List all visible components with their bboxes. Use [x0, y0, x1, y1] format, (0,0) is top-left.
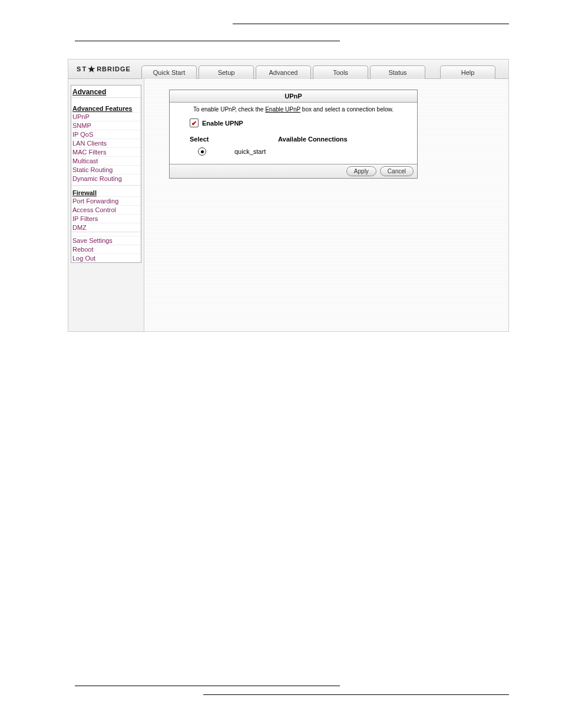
bottom-rule-long: [203, 694, 509, 695]
sidebar-title: Advanced: [71, 85, 141, 97]
logo-prefix: ST: [77, 65, 87, 73]
tab-setup[interactable]: Setup: [199, 65, 254, 79]
tab-advanced[interactable]: Advanced: [256, 65, 311, 79]
instruction-link: Enable UPnP: [265, 106, 300, 113]
bottom-rule-short: [75, 686, 340, 686]
second-rule: [75, 41, 340, 41]
tab-tools[interactable]: Tools: [313, 65, 368, 79]
instruction-text: To enable UPnP, check the Enable UPnP bo…: [176, 106, 411, 113]
tab-row: Quick Start Setup Advanced Tools Status …: [139, 60, 508, 78]
select-column-header: Select: [190, 136, 243, 143]
top-nav-bar: ST ★ RBRIDGE Quick Start Setup Advanced …: [68, 60, 508, 79]
instruction-pre: To enable UPnP, check the: [193, 106, 265, 113]
sidebar-item-log-out[interactable]: Log Out: [71, 253, 141, 262]
sidebar: Advanced Advanced Features UPnP SNMP IP …: [68, 79, 144, 331]
sidebar-item-upnp[interactable]: UPnP: [71, 112, 141, 121]
instruction-post: box and select a connection below.: [300, 106, 394, 113]
sidebar-item-mac-filters[interactable]: MAC Filters: [71, 147, 141, 156]
available-connections-header: Available Connections: [278, 136, 348, 143]
content-area: UPnP To enable UPnP, check the Enable UP…: [144, 79, 508, 331]
panel-footer: Apply Cancel: [170, 164, 417, 178]
sidebar-section-label: Advanced Features: [72, 105, 132, 112]
sidebar-section-advanced-features: Advanced Features: [71, 101, 141, 112]
apply-button[interactable]: Apply: [346, 166, 376, 176]
brand-logo: ST ★ RBRIDGE: [68, 64, 139, 74]
sidebar-section-firewall: Firewall: [71, 185, 141, 196]
sidebar-item-snmp[interactable]: SNMP: [71, 121, 141, 130]
logo-suffix: RBRIDGE: [97, 65, 131, 73]
tab-help[interactable]: Help: [440, 65, 495, 79]
radio-dot-icon: [201, 150, 204, 153]
sidebar-item-ip-filters[interactable]: IP Filters: [71, 214, 141, 223]
upnp-panel: UPnP To enable UPnP, check the Enable UP…: [169, 90, 418, 179]
tab-quick-start[interactable]: Quick Start: [141, 65, 197, 79]
enable-upnp-label: Enable UPNP: [202, 120, 243, 127]
star-icon: ★: [88, 64, 96, 74]
panel-title: UPnP: [170, 90, 417, 103]
sidebar-item-multicast[interactable]: Multicast: [71, 156, 141, 165]
sidebar-item-access-control[interactable]: Access Control: [71, 205, 141, 214]
sidebar-item-save-settings[interactable]: Save Settings: [71, 236, 141, 245]
sidebar-section-label: Firewall: [72, 189, 97, 196]
sidebar-item-lan-clients[interactable]: LAN Clients: [71, 139, 141, 147]
sidebar-item-static-routing[interactable]: Static Routing: [71, 165, 141, 174]
sidebar-item-dmz[interactable]: DMZ: [71, 223, 141, 232]
enable-upnp-checkbox[interactable]: ✔: [190, 118, 199, 127]
sidebar-item-port-forwarding[interactable]: Port Forwarding: [71, 196, 141, 205]
sidebar-item-ip-qos[interactable]: IP QoS: [71, 130, 141, 139]
cancel-button[interactable]: Cancel: [380, 166, 414, 176]
top-rule: [233, 24, 509, 24]
connection-radio[interactable]: [198, 147, 206, 156]
tab-status[interactable]: Status: [370, 65, 425, 79]
connection-row: quick_start: [198, 147, 411, 156]
sidebar-item-dynamic-routing[interactable]: Dynamic Routing: [71, 174, 141, 183]
connection-name: quick_start: [234, 148, 266, 155]
sidebar-item-reboot[interactable]: Reboot: [71, 245, 141, 253]
router-admin-ui: ST ★ RBRIDGE Quick Start Setup Advanced …: [68, 59, 509, 332]
